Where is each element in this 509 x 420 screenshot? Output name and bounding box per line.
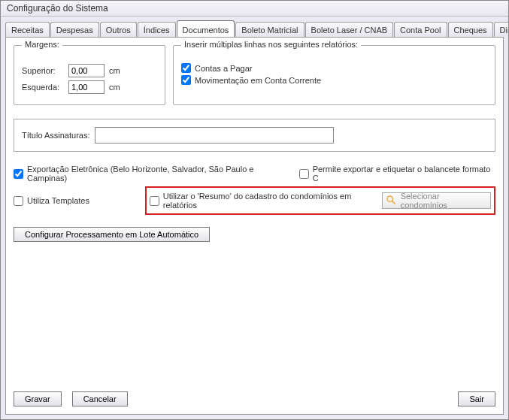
insert-legend: Inserir múltiplas linhas nos seguintes r…: [181, 40, 361, 49]
checks-section: Exportação Eletrônica (Belo Horizonte, S…: [14, 161, 495, 216]
superior-label: Superior:: [22, 66, 64, 75]
tab-boleto-laser[interactable]: Boleto Laser / CNAB: [305, 22, 394, 37]
tab-despesas[interactable]: Despesas: [50, 22, 99, 37]
tab-conta-pool[interactable]: Conta Pool: [394, 22, 447, 37]
tab-diretorios[interactable]: Diretórios: [494, 22, 508, 37]
window: Configuração do Sistema Receitas Despesa…: [0, 0, 509, 420]
exportacao-eletronica-label: Exportação Eletrônica (Belo Horizonte, S…: [27, 165, 292, 183]
esquerda-unit: cm: [109, 83, 124, 92]
superior-input[interactable]: [68, 64, 105, 77]
esquerda-input[interactable]: [68, 80, 105, 94]
tab-outros[interactable]: Outros: [100, 22, 137, 37]
gravar-button[interactable]: Gravar: [14, 391, 62, 406]
utilizar-resumo-checkbox[interactable]: [150, 196, 159, 206]
utiliza-templates-label: Utiliza Templates: [27, 196, 89, 205]
footer-buttons: Gravar Cancelar Sair: [14, 391, 495, 406]
tab-bar: Receitas Despesas Outros Índices Documen…: [1, 17, 508, 37]
sair-button[interactable]: Sair: [458, 391, 495, 406]
mov-conta-corrente-checkbox[interactable]: [181, 75, 191, 85]
tab-indices[interactable]: Índices: [138, 22, 176, 37]
search-icon: [386, 195, 396, 207]
selecionar-condominios-button[interactable]: Selecionar condomínios: [382, 192, 491, 209]
margins-legend: Margens:: [22, 40, 62, 49]
permite-exportar-label: Permite exportar e etiquetar o balancete…: [313, 165, 495, 183]
utilizar-resumo-label: Utilizar o 'Resumo' do cadastro do condo…: [163, 192, 377, 210]
tab-boleto-matricial[interactable]: Boleto Matricial: [235, 22, 304, 37]
superior-unit: cm: [109, 66, 124, 75]
esquerda-label: Esquerda:: [22, 83, 64, 92]
title-signatures-group: Título Assinaturas:: [14, 119, 495, 152]
window-title: Configuração do Sistema: [1, 1, 508, 17]
tab-documentos[interactable]: Documentos: [177, 20, 235, 37]
mov-conta-corrente-label: Movimentação em Conta Corrente: [195, 76, 321, 85]
title-signatures-input[interactable]: [95, 127, 334, 144]
permite-exportar-checkbox[interactable]: [299, 169, 309, 179]
contas-a-pagar-checkbox[interactable]: [181, 63, 191, 73]
title-signatures-label: Título Assinaturas:: [22, 131, 90, 140]
configurar-lote-button[interactable]: Configurar Processamento em Lote Automát…: [14, 227, 210, 242]
svg-line-1: [392, 201, 395, 204]
tab-content: Margens: Superior: cm Esquerda: cm Inser…: [5, 37, 504, 415]
utiliza-templates-checkbox[interactable]: [14, 196, 23, 206]
exportacao-eletronica-checkbox[interactable]: [14, 169, 23, 179]
margins-group: Margens: Superior: cm Esquerda: cm: [14, 45, 165, 105]
contas-a-pagar-label: Contas a Pagar: [195, 64, 252, 73]
selecionar-condominios-label: Selecionar condomínios: [401, 192, 484, 210]
tab-receitas[interactable]: Receitas: [5, 22, 50, 37]
cancelar-button[interactable]: Cancelar: [72, 391, 128, 406]
tab-cheques[interactable]: Cheques: [448, 22, 493, 37]
highlight-box: Utilizar o 'Resumo' do cadastro do condo…: [145, 186, 495, 215]
insert-group: Inserir múltiplas linhas nos seguintes r…: [173, 45, 495, 105]
